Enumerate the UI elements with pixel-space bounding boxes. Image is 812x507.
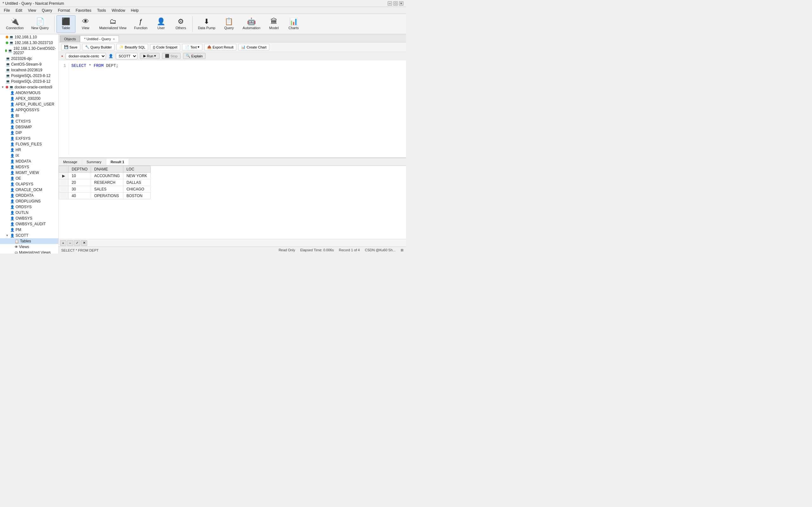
- table-row[interactable]: 40 OPERATIONS BOSTON: [59, 193, 151, 199]
- toolbar-btn-data-pump[interactable]: ⬇Data Pump: [194, 15, 219, 33]
- toolbar-btn-view[interactable]: 👁View: [76, 15, 95, 33]
- sidebar-item-ip1[interactable]: 💻192.168.1.10: [0, 34, 58, 40]
- sidebar-item-ip8[interactable]: 💻PostgreSQL-2023-8-12: [0, 78, 58, 84]
- sidebar-item-mddata[interactable]: 👤MDDATA: [0, 158, 58, 164]
- sidebar-item-ordsys[interactable]: 👤ORDSYS: [0, 204, 58, 210]
- confirm-button[interactable]: ✓: [74, 240, 80, 246]
- text-button[interactable]: 📄 Text ▾: [182, 44, 202, 50]
- sidebar-item-tables[interactable]: 📋Tables: [0, 238, 58, 244]
- sidebar-item-ip4[interactable]: 💻2023326-djc: [0, 56, 58, 61]
- sidebar-item-ix[interactable]: 👤IX: [0, 153, 58, 158]
- sidebar-item-ctxsys[interactable]: 👤CTXSYS: [0, 118, 58, 124]
- expand-arrow-scott[interactable]: ▼: [6, 234, 10, 237]
- menu-item-query[interactable]: Query: [39, 8, 55, 13]
- sidebar-item-scott[interactable]: ▼👤SCOTT: [0, 233, 58, 238]
- code-snippet-button[interactable]: () Code Snippet: [150, 44, 180, 50]
- sidebar-item-owbsys_audit[interactable]: 👤OWBSYS_AUDIT: [0, 221, 58, 227]
- sidebar-item-oracle_ocm[interactable]: 👤ORACLE_OCM: [0, 187, 58, 193]
- sql-editor[interactable]: 1 SELECT * FROM DEPT;: [59, 60, 406, 158]
- sidebar-item-oe[interactable]: 👤OE: [0, 176, 58, 181]
- create-chart-button[interactable]: 📊 Create Chart: [238, 44, 269, 50]
- tab-close-button[interactable]: ×: [113, 37, 115, 41]
- remove-row-button[interactable]: −: [67, 240, 73, 246]
- result-tab-summary[interactable]: Summary: [82, 159, 106, 165]
- sidebar-item-outln[interactable]: 👤OUTLN: [0, 210, 58, 216]
- sidebar-item-mdsys[interactable]: 👤MDSYS: [0, 164, 58, 170]
- sidebar-item-apex[interactable]: 👤APEX_030200: [0, 96, 58, 101]
- tab-objects[interactable]: Objects: [60, 36, 80, 42]
- item-icon-owbsys_audit: 👤: [10, 222, 14, 226]
- stop-button[interactable]: ⬛ Stop: [162, 53, 181, 59]
- sidebar-item-anon[interactable]: 👤ANONYMOUS: [0, 90, 58, 96]
- schema-selector[interactable]: SCOTT: [116, 53, 137, 59]
- result-tab-result1[interactable]: Result 1: [106, 159, 129, 165]
- sidebar-item-bi[interactable]: 👤BI: [0, 113, 58, 118]
- sidebar-item-apex_pub[interactable]: 👤APEX_PUBLIC_USER: [0, 101, 58, 107]
- table-row[interactable]: 30 SALES CHICAGO: [59, 186, 151, 193]
- explain-button[interactable]: 🔍 Explain: [183, 53, 206, 59]
- sidebar-item-docker[interactable]: ▼💻docker-oracle-centos9: [0, 84, 58, 90]
- toolbar-btn-user[interactable]: 👤User: [152, 15, 171, 33]
- connection-selector[interactable]: docker-oracle-centc: [66, 53, 106, 59]
- tab-query[interactable]: * Untitled - Query ×: [80, 36, 119, 42]
- toolbar-btn-automation[interactable]: 🤖Automation: [239, 15, 264, 33]
- sidebar-item-flows[interactable]: 👤FLOWS_FILES: [0, 141, 58, 147]
- result-tab-message[interactable]: Message: [59, 159, 82, 165]
- toolbar-btn-new-query[interactable]: 📄New Query: [28, 15, 52, 33]
- sidebar-item-owbsys[interactable]: 👤OWBSYS: [0, 216, 58, 221]
- expand-arrow-docker[interactable]: ▼: [1, 86, 6, 89]
- item-label-ip2: 192.168.1.30-2023710: [14, 41, 53, 45]
- sidebar-item-mat_views[interactable]: 🗂Materialized Views: [0, 250, 58, 253]
- minimize-button[interactable]: ─: [388, 1, 392, 6]
- menu-item-edit[interactable]: Edit: [13, 8, 25, 13]
- sidebar-item-orddata[interactable]: 👤ORDDATA: [0, 193, 58, 199]
- grid-view-icon[interactable]: ⊞: [401, 248, 403, 252]
- menu-item-view[interactable]: View: [26, 8, 39, 13]
- sidebar-item-exfsys[interactable]: 👤EXFSYS: [0, 135, 58, 141]
- sidebar-item-olapsys[interactable]: 👤OLAPSYS: [0, 181, 58, 187]
- toolbar-btn-connection[interactable]: 🔌Connection: [3, 15, 27, 33]
- item-label-appqossys: APPQOSSYS: [15, 108, 39, 112]
- sidebar-item-ordplugins[interactable]: 👤ORDPLUGINS: [0, 199, 58, 204]
- sql-content[interactable]: SELECT * FROM DEPT;: [71, 63, 118, 155]
- sidebar-item-dip[interactable]: 👤DIP: [0, 130, 58, 135]
- sidebar-item-ip6[interactable]: 💻localhost-2023619: [0, 67, 58, 73]
- sidebar-item-hr[interactable]: 👤HR: [0, 147, 58, 153]
- add-row-button[interactable]: +: [60, 240, 66, 246]
- toolbar-btn-charts[interactable]: 📊Charts: [284, 15, 303, 33]
- item-label-exfsys: EXFSYS: [15, 136, 31, 141]
- menu-item-format[interactable]: Format: [55, 8, 72, 13]
- sidebar-item-ip3[interactable]: 💻192.168.1.30-CentOS02-20237: [0, 46, 58, 56]
- menu-item-favorites[interactable]: Favorites: [73, 8, 94, 13]
- menu-item-window[interactable]: Window: [109, 8, 128, 13]
- toolbar-btn-function[interactable]: ƒFunction: [131, 15, 151, 33]
- sidebar-item-ip2[interactable]: 💻192.168.1.30-2023710: [0, 40, 58, 46]
- toolbar-btn-model[interactable]: 🏛Model: [264, 15, 284, 33]
- toolbar-btn-others[interactable]: ⚙Others: [171, 15, 190, 33]
- sidebar-item-dbsnmp[interactable]: 👤DBSNMP: [0, 124, 58, 130]
- sidebar-item-ip7[interactable]: 💻PostgreSQL-2023-8-12: [0, 73, 58, 78]
- run-button[interactable]: ▶ Run ▾: [140, 53, 159, 59]
- sidebar-item-views[interactable]: 👁Views: [0, 244, 58, 250]
- sidebar-item-appqossys[interactable]: 👤APPQOSSYS: [0, 107, 58, 113]
- sidebar-item-ip5[interactable]: 💻CentOS-Stream-9: [0, 61, 58, 67]
- table-row[interactable]: ▶ 10 ACCOUNTING NEW YORK: [59, 173, 151, 179]
- toolbar-btn-query[interactable]: 📋Query: [219, 15, 239, 33]
- item-icon-ip7: 💻: [6, 74, 10, 78]
- maximize-button[interactable]: □: [393, 1, 398, 6]
- toolbar-btn-materialized-view[interactable]: 🗂Materialized View: [96, 15, 130, 33]
- menu-item-help[interactable]: Help: [129, 8, 142, 13]
- menu-item-file[interactable]: File: [1, 8, 12, 13]
- beautify-sql-button[interactable]: ✨ Beautify SQL: [116, 44, 148, 50]
- window-controls[interactable]: ─ □ ✕: [388, 1, 403, 6]
- table-row[interactable]: 20 RESEARCH DALLAS: [59, 179, 151, 186]
- cancel-button[interactable]: ✕: [81, 240, 87, 246]
- toolbar-btn-table[interactable]: ⬛Table: [56, 15, 75, 33]
- sidebar-item-mgmt_view[interactable]: 👤MGMT_VIEW: [0, 170, 58, 176]
- save-button[interactable]: 💾 Save: [61, 44, 80, 50]
- sidebar-item-pm[interactable]: 👤PM: [0, 227, 58, 233]
- menu-item-tools[interactable]: Tools: [95, 8, 108, 13]
- export-result-button[interactable]: 📤 Export Result: [204, 44, 236, 50]
- close-button[interactable]: ✕: [399, 1, 403, 6]
- query-builder-button[interactable]: 🔧 Query Builder: [82, 44, 114, 50]
